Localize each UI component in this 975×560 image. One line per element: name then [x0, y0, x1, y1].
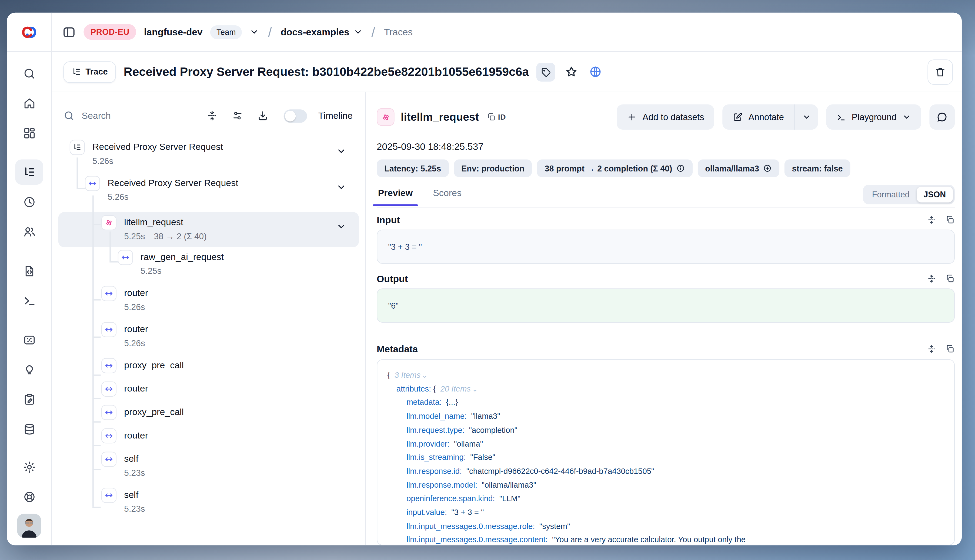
- dashboard-grid-icon: [22, 126, 36, 139]
- desktop-background: PROD-EU langfuse-dev Team / docs-example…: [0, 0, 975, 560]
- rail-search-button[interactable]: [15, 61, 43, 86]
- json-line[interactable]: metadata:{...}: [388, 397, 944, 410]
- copy-icon[interactable]: [945, 215, 955, 225]
- json-line[interactable]: {3 Items⌄: [388, 369, 944, 383]
- rail-home-button[interactable]: [15, 90, 43, 116]
- rail-playground-button[interactable]: [15, 288, 43, 313]
- terminal-icon: [22, 294, 36, 307]
- token-usage-badge[interactable]: 38 prompt → 2 completion (Σ 40): [537, 159, 692, 177]
- breadcrumb-section[interactable]: Traces: [384, 27, 413, 37]
- project-name[interactable]: docs-examples: [281, 27, 363, 37]
- rail-settings-button[interactable]: [15, 454, 43, 480]
- app-window: PROD-EU langfuse-dev Team / docs-example…: [7, 13, 962, 545]
- sidebar-toggle-icon[interactable]: [62, 25, 76, 39]
- project-switcher-chevron-icon: [353, 27, 363, 37]
- avatar-photo-icon: [17, 513, 41, 538]
- tree-row-span[interactable]: proxy_pre_call: [52, 358, 365, 373]
- json-view-toggle[interactable]: JSON: [916, 187, 953, 203]
- langfuse-logo-icon[interactable]: [21, 24, 37, 40]
- add-to-datasets-button[interactable]: Add to datasets: [617, 105, 714, 130]
- fold-section-icon[interactable]: [927, 274, 937, 283]
- rail-datasets-button[interactable]: [15, 417, 43, 442]
- home-icon: [22, 97, 36, 110]
- copy-icon[interactable]: [945, 344, 955, 354]
- chevron-down-icon[interactable]: [336, 182, 346, 192]
- breadcrumb: PROD-EU langfuse-dev Team / docs-example…: [52, 13, 962, 51]
- tree-row-span[interactable]: router: [52, 428, 365, 443]
- chevron-down-icon[interactable]: ⌄: [472, 385, 478, 393]
- model-badge[interactable]: ollama/llama3: [697, 159, 779, 177]
- tree-row-span[interactable]: router 5.26s: [52, 322, 365, 350]
- trace-tree-panel: Timeline Received Proxy Server Request 5…: [52, 92, 366, 545]
- users-icon: [22, 225, 36, 238]
- metadata-section-header: Metadata: [377, 343, 955, 354]
- rail-sessions-button[interactable]: [15, 189, 43, 215]
- tree-row-label: Received Proxy Server Request: [107, 176, 238, 190]
- tree-row-span[interactable]: self 5.23s: [52, 452, 365, 480]
- copy-icon[interactable]: [945, 274, 955, 283]
- input-value: "3 + 3 = ": [388, 242, 422, 252]
- fold-section-icon[interactable]: [927, 344, 937, 354]
- trace-tree-icon: [70, 140, 85, 155]
- annotate-menu-chevron-icon[interactable]: [794, 105, 818, 130]
- tree-row-span[interactable]: raw_gen_ai_request 5.25s: [52, 250, 365, 278]
- tab-scores[interactable]: Scores: [431, 188, 463, 205]
- tab-preview[interactable]: Preview: [377, 188, 414, 205]
- json-line: llm.response.id:"chatcmpl-d96622c0-c642-…: [388, 465, 944, 479]
- collapse-all-icon[interactable]: [206, 110, 217, 122]
- playground-button[interactable]: Playground: [826, 105, 921, 130]
- tree-row-span[interactable]: router 5.26s: [52, 286, 365, 314]
- timeline-toggle[interactable]: [283, 109, 307, 122]
- tree-row-trace-root[interactable]: Received Proxy Server Request 5.26s: [52, 140, 365, 168]
- comment-button[interactable]: [929, 105, 955, 130]
- tree-row-span[interactable]: self 5.23s: [52, 488, 365, 515]
- chevron-down-icon[interactable]: ⌄: [422, 371, 428, 379]
- annotate-button[interactable]: Annotate: [722, 105, 794, 130]
- star-icon: [565, 65, 578, 78]
- rail-prompts-button[interactable]: [15, 258, 43, 283]
- chevron-down-icon[interactable]: [336, 222, 346, 232]
- output-value-box: "6": [377, 288, 955, 323]
- json-line: llm.is_streaming:"False": [388, 451, 944, 465]
- span-arrows-icon: [118, 250, 133, 265]
- tree-row-span[interactable]: Received Proxy Server Request 5.26s: [52, 176, 365, 203]
- rail-support-button[interactable]: [15, 484, 43, 509]
- rail-users-button[interactable]: [15, 219, 43, 244]
- rail-traces-button[interactable]: [15, 159, 43, 185]
- trace-type-pill: Trace: [63, 61, 116, 83]
- user-avatar[interactable]: [17, 513, 41, 538]
- org-switcher-chevron-icon[interactable]: [250, 27, 259, 37]
- span-arrows-icon: [85, 176, 100, 191]
- tree-row-label: Received Proxy Server Request: [92, 140, 223, 154]
- json-line: input.value:"3 + 3 = ": [388, 506, 944, 520]
- bookmark-star-button[interactable]: [563, 63, 580, 80]
- json-line: llm.provider:"ollama": [388, 437, 944, 451]
- rail-dashboards-button[interactable]: [15, 120, 43, 145]
- tag-button[interactable]: [537, 62, 555, 81]
- file-code-icon: [22, 264, 36, 277]
- rail-insights-button[interactable]: [15, 357, 43, 382]
- tree-row-span[interactable]: router: [52, 382, 365, 397]
- copy-id-button[interactable]: ID: [487, 113, 506, 122]
- fold-section-icon[interactable]: [927, 215, 937, 225]
- json-line: openinference.span.kind:"LLM": [388, 492, 944, 506]
- tree-row-generation-selected[interactable]: litellm_request 5.25s38 → 2 (Σ 40): [59, 212, 359, 247]
- tree-row-duration: 5.26s: [124, 337, 145, 350]
- tree-search-input[interactable]: [80, 110, 192, 122]
- rail-evaluation-button[interactable]: [15, 327, 43, 352]
- public-share-button[interactable]: [587, 63, 604, 80]
- json-line: llm.request.type:"acompletion": [388, 423, 944, 437]
- json-line[interactable]: attributes: {20 Items⌄: [388, 383, 944, 397]
- organization-name[interactable]: langfuse-dev: [144, 27, 203, 37]
- download-icon[interactable]: [257, 110, 268, 122]
- delete-trace-button[interactable]: [927, 59, 953, 85]
- rail-annotation-button[interactable]: [15, 387, 43, 412]
- observation-detail-panel: litellm_request ID Add to datasets Annot…: [366, 92, 962, 545]
- tree-row-span[interactable]: proxy_pre_call: [52, 405, 365, 420]
- formatted-view-toggle[interactable]: Formatted: [865, 187, 916, 203]
- observation-header: litellm_request ID Add to datasets Annot…: [377, 101, 955, 133]
- tag-icon: [541, 67, 551, 77]
- filter-settings-icon[interactable]: [232, 110, 243, 122]
- latency-badge: Latency: 5.25s: [377, 159, 448, 177]
- chevron-down-icon[interactable]: [336, 146, 346, 156]
